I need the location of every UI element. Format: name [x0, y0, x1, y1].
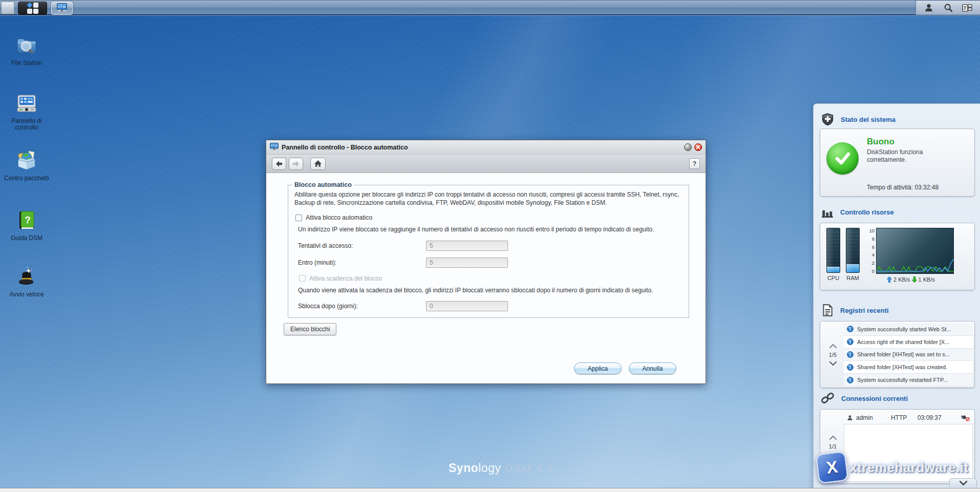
download-rate: 1 KB/s — [919, 276, 935, 283]
xtremehardware-logo-icon: X — [816, 451, 849, 484]
auto-block-fieldset: Blocco automatico Abilitare questa opzio… — [288, 181, 689, 318]
close-button[interactable] — [694, 143, 702, 151]
recent-logs-card: 1/5 i System successfully started Web St… — [820, 321, 975, 388]
page-up-icon[interactable] — [829, 344, 837, 348]
page-down-icon[interactable] — [829, 361, 837, 366]
within-label: Entro (minuti): — [298, 259, 426, 266]
help-book-icon: ? — [15, 209, 38, 232]
cpu-meter: CPU — [826, 228, 840, 287]
desktop-icon-label: Avvio veloce — [0, 291, 53, 298]
resource-monitor-header: Controllo risorse — [821, 205, 894, 219]
enable-auto-block-checkbox[interactable] — [295, 215, 302, 221]
upload-rate: 2 KB/s — [893, 276, 910, 283]
attempts-label: Tentativi di accesso: — [298, 242, 426, 249]
forward-button — [289, 158, 303, 170]
bottom-strip — [0, 488, 980, 492]
taskbar-tray — [915, 1, 980, 15]
desktop-icon-package-center[interactable]: Centro pacchetti — [0, 149, 53, 182]
unblock-row: Sblocca dopo (giorni): — [298, 301, 683, 311]
logs-page-indicator: 1/5 — [829, 352, 837, 358]
connection-row: admin HTTP 03:09:37 — [844, 411, 973, 424]
control-panel-icon — [15, 92, 38, 115]
log-row: i Shared folder [XHTest] was created. — [844, 361, 973, 374]
dialog-actions: Applica Annulla — [574, 362, 676, 374]
graph-y-axis: 1086420 — [867, 228, 876, 274]
desktop-icon-file-station[interactable]: File Station — [0, 34, 53, 67]
search-icon[interactable] — [942, 2, 955, 13]
within-input — [426, 258, 508, 268]
home-button[interactable] — [310, 158, 326, 170]
cpu-label: CPU — [827, 275, 839, 281]
desktop-icon-label: Guida DSM — [0, 235, 53, 242]
pilot-view-icon[interactable] — [961, 2, 974, 13]
taskbar-item-control-panel[interactable] — [51, 2, 73, 15]
help-button[interactable]: ? — [689, 158, 700, 169]
resource-monitor-card: CPU RAM 1086420 — [820, 223, 975, 290]
expiry-label: Attiva scadenza del blocco — [309, 275, 382, 282]
window-content: Blocco automatico Abilitare questa opzio… — [266, 174, 706, 383]
panel-collapse-tab[interactable] — [949, 478, 977, 487]
expiry-hint: Quando viene attivata la scadenza del bl… — [298, 287, 683, 295]
window-title: Pannello di controllo - Blocco automatic… — [282, 144, 681, 151]
unblock-label: Sblocca dopo (giorni): — [298, 303, 426, 310]
desktop-icon-label: Centro pacchetti — [0, 175, 53, 182]
log-row: i Shared folder [XHTest] was set to s... — [844, 349, 973, 361]
unblock-input — [426, 301, 508, 311]
attempts-input — [426, 241, 508, 251]
back-button[interactable] — [272, 158, 286, 170]
disconnect-icon[interactable] — [961, 414, 970, 421]
desktop-icon-quick-start[interactable]: Avvio veloce — [0, 265, 53, 298]
section-title: Controllo risorse — [840, 208, 894, 216]
recent-logs-header: Registri recenti — [821, 303, 889, 317]
section-title: Connessioni correnti — [841, 395, 908, 402]
system-health-card: Buono DiskStation funziona correttamente… — [820, 129, 975, 197]
close-icon — [696, 145, 700, 149]
xtremehardware-watermark: X xtremehardware.it — [817, 453, 968, 482]
section-title: Stato del sistema — [841, 116, 896, 123]
user-icon[interactable] — [922, 2, 935, 13]
log-row: i System successfully started Web St... — [844, 323, 973, 336]
desktop-icon-dsm-help[interactable]: ? Guida DSM — [0, 209, 53, 242]
control-panel-window: Pannello di controllo - Blocco automatic… — [266, 140, 706, 384]
taskbar — [0, 0, 980, 15]
forward-arrow-icon — [292, 160, 300, 167]
chain-link-icon — [821, 392, 835, 405]
shield-health-icon — [821, 113, 835, 126]
package-center-icon — [15, 149, 38, 173]
connection-protocol: HTTP — [891, 414, 914, 421]
cancel-button[interactable]: Annulla — [629, 362, 676, 374]
main-menu-icon — [27, 3, 38, 14]
uptime-text: Tempo di attività: 03:32:48 — [867, 184, 945, 191]
auto-block-hint: Un indirizzo IP viene bloccato se raggiu… — [298, 226, 683, 234]
main-menu-button[interactable] — [18, 2, 47, 15]
upload-arrow-icon — [887, 276, 892, 283]
minimize-button[interactable] — [684, 143, 692, 151]
control-panel-icon — [57, 3, 67, 14]
page-up-icon[interactable] — [829, 436, 837, 440]
fieldset-legend: Blocco automatico — [292, 181, 354, 188]
desktop: File Station Pannello di controllo — [0, 0, 980, 492]
log-document-icon — [821, 304, 834, 317]
file-station-icon — [15, 34, 38, 57]
status-description: DiskStation funziona correttamente. — [867, 148, 945, 164]
magic-hat-icon — [15, 265, 38, 289]
system-health-header: Stato del sistema — [821, 112, 896, 126]
info-icon: i — [847, 364, 854, 371]
status-ok-icon — [826, 142, 859, 175]
window-titlebar[interactable]: Pannello di controllo - Blocco automatic… — [266, 140, 706, 155]
apply-button[interactable]: Applica — [574, 362, 622, 374]
info-icon: i — [847, 326, 854, 332]
info-icon: i — [847, 351, 854, 358]
status-badge: Buono — [867, 137, 945, 147]
graph-legend: 2 KB/s 1 KB/s — [867, 276, 954, 283]
bar-chart-icon — [821, 205, 834, 219]
connections-page-indicator: 1/1 — [829, 443, 837, 450]
enable-auto-block-label: Attiva blocco automatico — [306, 214, 372, 221]
window-icon — [270, 142, 279, 153]
enable-auto-block-row: Attiva blocco automatico — [295, 214, 683, 221]
attempts-row: Tentativi di accesso: — [298, 241, 683, 251]
block-list-button[interactable]: Elenco blocchi — [284, 323, 336, 335]
desktop-icon-control-panel[interactable]: Pannello di controllo — [0, 92, 53, 131]
download-arrow-icon — [912, 276, 917, 283]
show-desktop-handle[interactable] — [1, 2, 14, 14]
